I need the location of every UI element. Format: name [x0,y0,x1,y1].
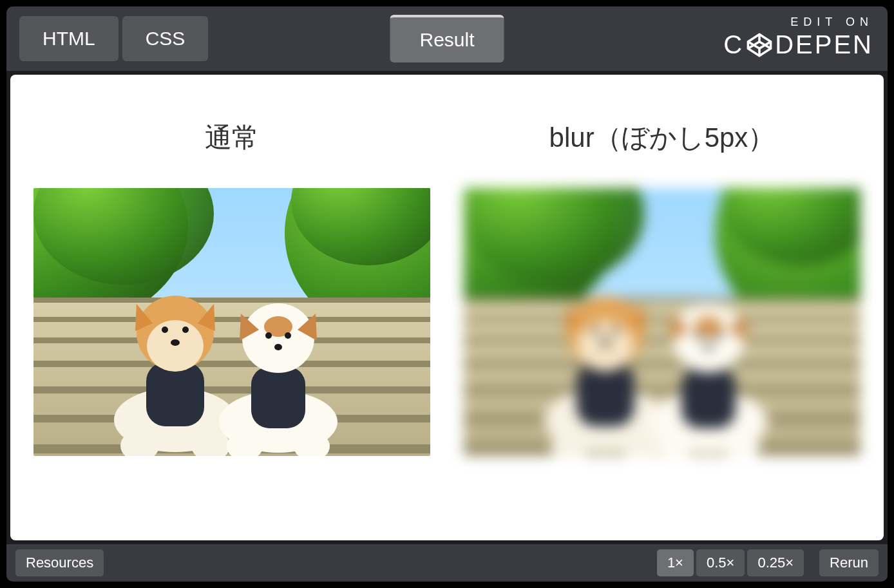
svg-rect-27 [251,366,305,428]
demo-normal-image [33,188,430,456]
svg-rect-43 [464,361,861,367]
svg-point-53 [592,327,598,333]
svg-rect-12 [33,386,430,394]
svg-point-63 [715,332,721,339]
svg-point-31 [285,332,291,339]
svg-point-54 [613,327,619,333]
top-bar: HTML CSS Result EDIT ON C DEPEN [6,6,888,71]
svg-point-32 [274,344,282,350]
bottom-bar: Resources 1× 0.5× 0.25× Rerun [6,544,888,582]
zoom-1x-button[interactable]: 1× [657,549,694,576]
demo-blur-title: blur（ぼかし5px） [549,120,775,156]
zoom-025x-button[interactable]: 0.25× [747,549,804,576]
codepen-embed-frame: HTML CSS Result EDIT ON C DEPEN 通常 [6,6,888,582]
svg-rect-40 [464,298,861,303]
svg-rect-9 [33,317,430,322]
codepen-badge[interactable]: EDIT ON C DEPEN [723,15,873,59]
svg-rect-10 [33,337,430,343]
svg-point-23 [171,339,180,346]
tab-result[interactable]: Result [390,15,504,62]
svg-rect-11 [33,361,430,367]
result-pane: 通常 [10,75,884,540]
codepen-icon [745,31,774,59]
demo-blur-image [464,188,861,456]
svg-point-60 [672,303,745,373]
svg-rect-44 [464,386,861,394]
codepen-logo-pre: C [723,30,744,59]
tab-css[interactable]: CSS [122,16,209,61]
zoom-05x-button[interactable]: 0.5× [696,549,745,576]
svg-point-64 [705,344,712,350]
svg-rect-8 [33,298,430,303]
demo-normal-column: 通常 [23,88,441,527]
svg-point-22 [182,327,189,333]
svg-point-21 [162,327,168,333]
zoom-controls: 1× 0.5× 0.25× [657,549,804,576]
svg-rect-42 [464,337,861,343]
editor-tabs: HTML CSS [19,16,208,61]
svg-rect-41 [464,317,861,322]
demo-blur-column: blur（ぼかし5px） [453,88,871,527]
edit-on-label: EDIT ON [723,15,873,29]
tab-html[interactable]: HTML [19,16,119,61]
rerun-button[interactable]: Rerun [819,549,879,576]
svg-point-62 [696,332,702,339]
codepen-logo-post: DEPEN [775,30,873,59]
codepen-logo: C DEPEN [723,30,873,59]
svg-point-30 [265,332,272,339]
demo-normal-title: 通常 [205,120,259,156]
svg-point-55 [601,339,610,346]
svg-rect-59 [681,366,736,428]
resources-button[interactable]: Resources [15,549,104,576]
svg-point-28 [242,303,314,373]
